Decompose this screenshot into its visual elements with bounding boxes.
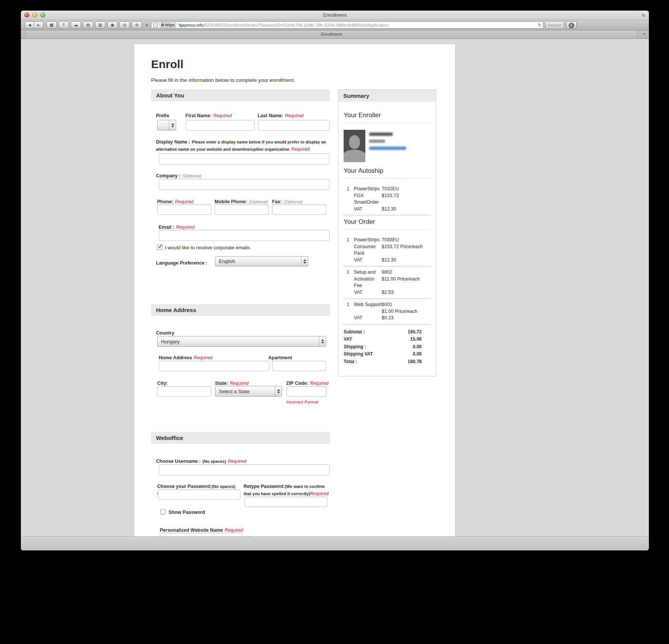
language-preference-label: Language Preference :: [156, 259, 207, 266]
subtotal-label: Subtotal :: [344, 328, 365, 336]
page-icon: [153, 22, 158, 28]
item-name: Web Support: [354, 301, 382, 315]
shipping-value: 0.00: [413, 343, 422, 351]
https-badge: https: [159, 22, 176, 28]
mobile-phone-input[interactable]: [215, 204, 269, 215]
extension-button-3[interactable]: ⊘: [132, 21, 142, 29]
city-input[interactable]: [157, 386, 211, 397]
history-button[interactable]: ▥: [95, 21, 105, 29]
item-qty: 1: [344, 301, 354, 315]
home-address-input[interactable]: [159, 361, 269, 371]
url-address-bar[interactable]: https fgxpress.info/53314853/Enrollment/…: [151, 21, 543, 29]
item-vat-label: VAT: [354, 206, 382, 213]
item-vat-value: $0.23: [382, 315, 424, 322]
shipping-row: Shipping : 0.00: [344, 343, 422, 351]
extension-button-1[interactable]: ◉: [107, 21, 118, 29]
language-select[interactable]: English: [215, 256, 308, 266]
item-vat-value: $2.53: [382, 289, 424, 296]
display-name-input[interactable]: [159, 153, 330, 164]
download-icon: ↓: [569, 22, 574, 28]
shipping-label: Shipping :: [344, 343, 366, 351]
enroller-avatar: [344, 130, 365, 162]
item-price: 6001 $1.00 Price/each: [382, 301, 424, 315]
shipping-vat-row: Shipping VAT 0.00: [344, 351, 422, 358]
item-price: 7033EU $153.72 Price/each: [382, 237, 424, 257]
total-label: Total :: [344, 358, 357, 366]
enroller-email-redacted[interactable]: [369, 147, 406, 150]
first-name-label: First Name: Required: [185, 112, 232, 119]
downloads-button[interactable]: ↓: [566, 21, 577, 29]
icloud-button[interactable]: ☁: [71, 21, 81, 29]
cloud-icon: ☁: [74, 22, 78, 27]
share-button[interactable]: ↑: [59, 21, 69, 29]
email-input[interactable]: [159, 230, 330, 241]
vat-value: 15.06: [410, 336, 422, 343]
enroller-id-redacted: [369, 140, 385, 143]
password-input[interactable]: [158, 489, 241, 500]
prefix-label: Prefix: [156, 112, 169, 119]
forward-button[interactable]: ▶: [34, 22, 43, 28]
order-item: 1 PowerStrips Consumer Pack 7033EU $153.…: [344, 237, 430, 266]
username-input[interactable]: [159, 464, 330, 475]
summary-header: Summary: [338, 90, 436, 102]
vat-label: VAT: [344, 336, 352, 343]
zip-code-input[interactable]: [287, 386, 327, 397]
url-text: fgxpress.info/53314853/Enrollment/Index?…: [178, 23, 536, 27]
new-tab-toolbar-button[interactable]: +: [144, 21, 150, 29]
corporate-emails-checkbox[interactable]: [157, 245, 162, 250]
zip-code-label: ZIP Code: Required: [286, 379, 328, 386]
company-input[interactable]: [159, 179, 330, 190]
phone-input[interactable]: [157, 204, 211, 215]
language-stepper-icon: [301, 257, 308, 266]
corporate-emails-label: I would like to receive corporate emails: [165, 245, 250, 250]
tab-bar: Enrollment +: [21, 30, 649, 39]
back-forward-buttons: ◀ ▶: [25, 21, 43, 29]
country-label: Country: [156, 329, 174, 336]
country-select[interactable]: Hungary: [157, 336, 326, 347]
tab-enrollment[interactable]: Enrollment: [25, 30, 637, 38]
page-content: Enroll Please fill in the information be…: [21, 39, 649, 536]
first-name-input[interactable]: [186, 120, 255, 131]
item-code: 6001: [382, 301, 424, 308]
browser-toolbar: ◀ ▶ ▦ ↑ ☁ ▤ ▥ ◉ ◎ ⊘ + https fgxpress.inf…: [21, 20, 649, 30]
vat-row: VAT 15.06: [344, 336, 422, 343]
item-vat-value: $12.30: [382, 206, 424, 213]
home-address-label: Home Address Required: [159, 354, 212, 361]
order-title: Your Order: [344, 218, 430, 230]
extension-icon-3: ⊘: [135, 22, 139, 27]
prefix-select[interactable]: [157, 120, 176, 131]
retype-password-input[interactable]: [245, 497, 327, 507]
extension-button-2[interactable]: ◎: [119, 21, 130, 29]
state-select[interactable]: Select a State: [215, 386, 282, 397]
refresh-icon[interactable]: ↻: [538, 22, 542, 28]
new-tab-button[interactable]: +: [643, 30, 646, 38]
subtotal-value: 165.72: [408, 328, 422, 336]
mobile-phone-label: Mobile Phone: (Optional): [215, 198, 268, 205]
website-name-input[interactable]: [160, 533, 242, 536]
back-button[interactable]: ◀: [25, 22, 34, 28]
summary-panel: Summary Your Enroller Your Autoship: [338, 89, 436, 376]
reader-button[interactable]: Reader: [545, 21, 564, 29]
item-name: Setup and Activation Fee: [354, 269, 382, 289]
state-stepper-icon: [275, 386, 282, 396]
total-value: 180.78: [408, 358, 422, 366]
item-amount: $11.00 Price/each: [382, 276, 424, 283]
top-sites-button[interactable]: ▦: [46, 21, 57, 29]
fax-input[interactable]: [272, 204, 326, 215]
autoship-title: Your Autoship: [344, 167, 430, 179]
item-name: PowerStrips FGX SmartOrder: [354, 186, 382, 206]
apartment-input[interactable]: [272, 361, 326, 371]
horizontal-scrollbar-track[interactable]: [21, 536, 649, 550]
item-amount: $1.00 Price/each: [382, 308, 424, 315]
order-item: 1 Web Support 6001 $1.00 Price/each VAT: [344, 301, 430, 325]
state-label: State: Required: [215, 379, 248, 386]
extension-icon-1: ◉: [111, 22, 115, 27]
bookmarks-button[interactable]: ▤: [83, 21, 93, 29]
section-header-weboffice: Weboffice: [151, 432, 330, 444]
last-name-input[interactable]: [258, 120, 330, 131]
apartment-label: Apartment: [268, 354, 292, 361]
show-password-checkbox[interactable]: [160, 509, 166, 515]
share-icon: ↑: [62, 22, 65, 27]
item-vat-value: $12.30: [382, 257, 424, 264]
country-stepper-icon: [319, 336, 326, 346]
